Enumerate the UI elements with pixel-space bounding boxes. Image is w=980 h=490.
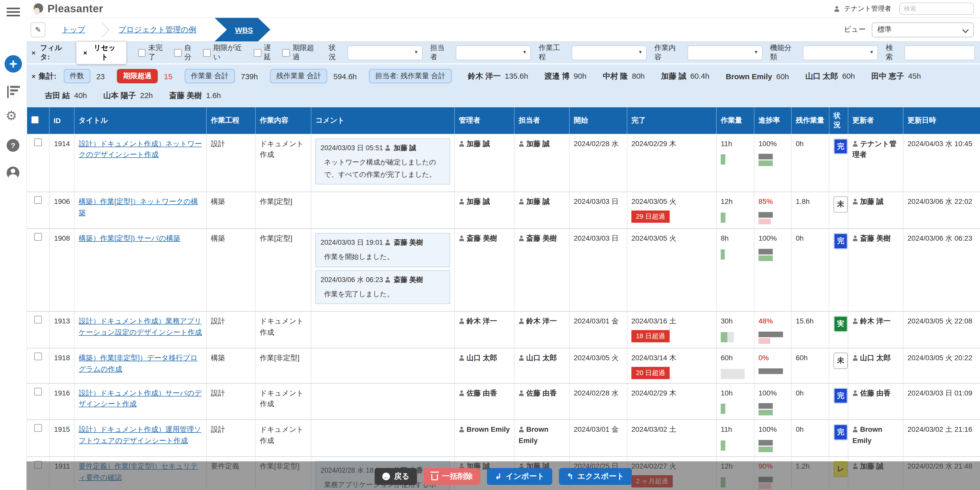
category-filter-select[interactable] <box>803 45 878 60</box>
by-assignee-chip[interactable]: 担当者: 残作業量 合計 <box>369 69 452 83</box>
select-all-header[interactable] <box>27 107 49 134</box>
checkbox-icon[interactable] <box>203 49 211 56</box>
person-icon <box>853 199 858 204</box>
summary-bar: × 集計: 件数23 期限超過15 作業量 合計739h 残作業量 合計594.… <box>27 63 980 107</box>
filter-collapse-icon[interactable]: × <box>32 49 35 56</box>
cell-worktype: ドキュメント作成 <box>256 383 311 420</box>
progress-actual-bar <box>759 447 773 452</box>
col-process[interactable]: 作業工程 <box>207 107 256 134</box>
cell-load: 60h <box>721 353 750 364</box>
col-remaining[interactable]: 残作業量 <box>791 107 829 134</box>
summary-collapse-icon[interactable]: × <box>32 73 35 80</box>
back-button[interactable]: ←戻る <box>375 468 417 485</box>
filter-bar: × フィルタ: ×リセット 未完了 自分 期限が近い 遅延 期限超過 状況 担当… <box>27 42 980 63</box>
filter-overdue[interactable]: 期限超過 <box>283 43 321 62</box>
col-worktype[interactable]: 作業内容 <box>256 107 311 134</box>
row-checkbox[interactable] <box>34 316 42 324</box>
cell-load: 8h <box>721 233 750 244</box>
checkbox-icon[interactable] <box>283 49 290 56</box>
load-bar <box>721 441 725 451</box>
process-filter-label: 作業工程 <box>539 43 567 62</box>
gear-icon[interactable]: ⚙ <box>6 109 17 122</box>
record-link[interactable]: 設計）ドキュメント作成）業務アプリケーション設定のデザインシート作成 <box>79 317 202 336</box>
site-icon[interactable]: ✎ <box>30 22 45 37</box>
breadcrumb-top[interactable]: トップ <box>62 25 85 35</box>
col-updater[interactable]: 更新者 <box>848 107 903 134</box>
trash-icon <box>431 474 438 480</box>
count-chip[interactable]: 件数 <box>64 69 90 83</box>
export-button[interactable]: ↰エクスポート <box>559 468 632 485</box>
record-link[interactable]: 設計）ドキュメント作成）ネットワークのデザインシート作成 <box>79 139 202 158</box>
workload-chip[interactable]: 作業量 合計 <box>185 69 235 83</box>
record-link[interactable]: 構築）作業[定型]）ネットワークの構築 <box>79 198 198 217</box>
reset-button[interactable]: ×リセット <box>76 41 126 64</box>
col-updated[interactable]: 更新日時 <box>903 107 980 134</box>
col-id[interactable]: ID <box>49 107 74 134</box>
cell-progress: 0% <box>759 353 787 364</box>
row-checkbox[interactable] <box>34 138 42 146</box>
checkbox-icon[interactable] <box>254 49 261 56</box>
load-bar <box>721 249 725 260</box>
filter-delay[interactable]: 遅延 <box>254 43 278 62</box>
breadcrumb-current[interactable]: WBS <box>215 18 270 41</box>
progress-actual-bar <box>759 410 773 416</box>
cell-updated: 2024/04/03 水 10:45 <box>903 134 980 192</box>
table-row: 1918 構築）作業[非定型]）データ移行プログラムの作成 構築 作業[非定型]… <box>27 348 980 383</box>
col-start[interactable]: 開始 <box>570 107 627 134</box>
table-row: 1913 設計）ドキュメント作成）業務アプリケーション設定のデザインシート作成 … <box>27 312 980 348</box>
current-user[interactable]: テナント管理者 <box>834 4 891 13</box>
record-link[interactable]: 構築）作業[定型]) サーバの構築 <box>79 234 180 242</box>
row-checkbox[interactable] <box>34 388 42 396</box>
col-manager[interactable]: 管理者 <box>455 107 514 134</box>
help-icon[interactable]: ? <box>6 139 19 152</box>
filter-search-input[interactable] <box>904 45 975 60</box>
cell-worktype: 作業[定型] <box>256 192 311 229</box>
table-row: 1914 設計）ドキュメント作成）ネットワークのデザインシート作成 設計 ドキュ… <box>27 134 980 192</box>
checkbox-icon[interactable] <box>174 49 182 56</box>
worktype-filter-select[interactable] <box>687 45 762 60</box>
record-link[interactable]: 構築）作業[非定型]）データ移行プログラムの作成 <box>79 354 197 373</box>
new-record-icon[interactable]: + <box>5 55 22 73</box>
record-link[interactable]: 設計）ドキュメント作成）サーバのデザインシート作成 <box>79 389 202 408</box>
assignee-filter-select[interactable] <box>456 45 531 60</box>
row-checkbox[interactable] <box>34 233 42 241</box>
process-filter-select[interactable] <box>572 45 647 60</box>
breadcrumb-project[interactable]: プロジェクト管理の例 <box>118 25 196 35</box>
remaining-chip[interactable]: 残作業量 合計 <box>270 69 327 83</box>
cell-process: 構築 <box>207 348 256 383</box>
global-search-input[interactable] <box>899 3 974 15</box>
col-due[interactable]: 完了 <box>627 107 716 134</box>
col-load[interactable]: 作業量 <box>716 107 754 134</box>
cell-progress: 100% <box>759 233 787 244</box>
record-link[interactable]: 設計）ドキュメント作成）運用管理ソフトウェアのデザインシート作成 <box>79 425 201 445</box>
hamburger-menu-icon[interactable] <box>6 8 20 18</box>
person-icon <box>459 236 465 241</box>
col-assignee[interactable]: 担当者 <box>514 107 570 134</box>
select-all-checkbox[interactable] <box>31 116 39 124</box>
view-select[interactable]: 標準 <box>872 22 974 37</box>
progress-plan-bar <box>759 332 783 337</box>
import-button[interactable]: ↲インポート <box>487 468 552 485</box>
filter-own[interactable]: 自分 <box>174 43 198 62</box>
chart-icon[interactable] <box>7 86 24 98</box>
col-status[interactable]: 状況 <box>829 107 848 134</box>
cell-updater: 山口 太郎 <box>848 348 903 383</box>
assignee-total: 中村 隆80h <box>603 72 645 81</box>
row-checkbox[interactable] <box>34 196 42 204</box>
person-icon <box>519 319 524 324</box>
col-progress[interactable]: 進捗率 <box>754 107 791 134</box>
filter-near-deadline[interactable]: 期限が近い <box>203 43 249 62</box>
status-filter-select[interactable] <box>348 45 423 60</box>
checkbox-icon[interactable] <box>138 49 146 56</box>
col-comment[interactable]: コメント <box>311 107 455 134</box>
bulk-delete-button[interactable]: 一括削除 <box>424 468 480 485</box>
person-icon <box>519 427 524 433</box>
cell-progress: 100% <box>759 425 787 435</box>
col-title[interactable]: タイトル <box>74 107 207 134</box>
profile-icon[interactable] <box>6 166 19 179</box>
row-checkbox[interactable] <box>34 425 42 432</box>
row-checkbox[interactable] <box>34 353 42 360</box>
overdue-chip[interactable]: 期限超過 <box>117 69 158 83</box>
filter-incomplete[interactable]: 未完了 <box>138 43 169 62</box>
left-sidebar: + ⚙ ? <box>0 0 27 490</box>
